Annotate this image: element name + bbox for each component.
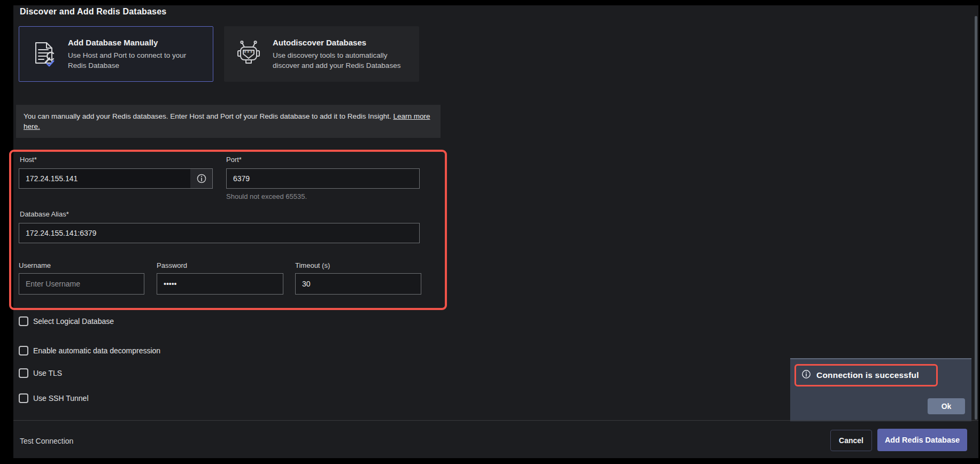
timeout-input[interactable]: [295, 273, 421, 295]
card-add-database-manually[interactable]: Add Database Manually Use Host and Port …: [19, 26, 213, 82]
username-input[interactable]: [19, 273, 144, 295]
checkbox-label: Use TLS: [33, 369, 62, 377]
connection-toast: Connection is successful Ok: [790, 358, 971, 421]
host-info-icon[interactable]: [190, 169, 212, 188]
port-hint: Should not exceed 65535.: [226, 192, 307, 200]
card-manual-title: Add Database Manually: [68, 38, 206, 47]
checkbox-label: Select Logical Database: [33, 317, 114, 326]
username-label: Username: [19, 261, 51, 269]
footer-divider: [13, 420, 978, 421]
checkbox-use-tls[interactable]: Use TLS: [19, 368, 62, 378]
card-manual-description: Use Host and Port to connect to your Red…: [68, 50, 206, 71]
checkbox-select-logical-database[interactable]: Select Logical Database: [19, 316, 114, 326]
port-input[interactable]: [226, 168, 420, 189]
host-input-group: [19, 168, 213, 189]
checkbox-icon[interactable]: [19, 393, 28, 403]
test-connection-button[interactable]: Test Connection: [20, 437, 73, 445]
checkbox-label: Use SSH Tunnel: [33, 394, 89, 403]
checkbox-icon[interactable]: [19, 368, 28, 378]
page-title: Discover and Add Redis Databases: [20, 7, 166, 17]
checkbox-enable-automatic-data-decompression[interactable]: Enable automatic data decompression: [19, 346, 160, 355]
checkbox-use-ssh-tunnel[interactable]: Use SSH Tunnel: [19, 393, 89, 403]
card-autodiscover-description: Use discovery tools to automatically dis…: [273, 50, 405, 71]
info-banner-text: You can manually add your Redis database…: [24, 112, 393, 120]
cancel-button[interactable]: Cancel: [830, 430, 872, 451]
timeout-label: Timeout (s): [295, 261, 330, 269]
toast-message-highlight-annotation: Connection is successful: [794, 364, 938, 386]
info-banner: You can manually add your Redis database…: [16, 105, 441, 138]
checkbox-icon[interactable]: [19, 316, 28, 326]
file-wrench-icon: [29, 39, 59, 69]
ok-button[interactable]: Ok: [928, 398, 965, 414]
host-label: Host*: [20, 156, 37, 164]
vertical-scrollbar[interactable]: [975, 16, 977, 420]
svg-text:***: ***: [244, 50, 253, 56]
host-input[interactable]: [19, 169, 190, 188]
database-alias-label: Database Alias*: [20, 210, 69, 218]
password-input[interactable]: [157, 273, 283, 295]
toast-message: Connection is successful: [816, 370, 919, 380]
add-redis-database-button[interactable]: Add Redis Database: [877, 429, 967, 451]
checkbox-label: Enable automatic data decompression: [33, 346, 160, 355]
info-icon: [801, 369, 811, 381]
password-label: Password: [157, 261, 187, 269]
port-label: Port*: [226, 156, 242, 164]
robot-icon: ***: [234, 39, 264, 69]
card-autodiscover-databases[interactable]: *** Autodiscover Databases Use discovery…: [224, 26, 419, 82]
checkbox-icon[interactable]: [19, 346, 28, 355]
card-autodiscover-title: Autodiscover Databases: [273, 38, 405, 47]
database-alias-input[interactable]: [19, 223, 420, 243]
